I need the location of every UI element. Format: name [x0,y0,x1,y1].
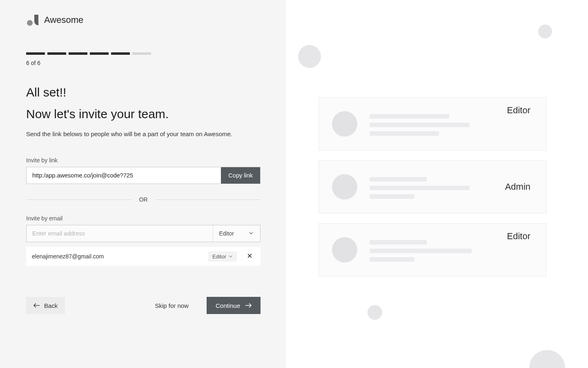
progress-seg [132,52,151,55]
svg-point-0 [27,20,33,26]
headline: All set!! Now let's invite your team. Se… [26,84,260,137]
skeleton-bar [370,123,470,127]
text-placeholder [370,112,495,136]
progress-seg [69,52,87,55]
progress-seg [111,52,130,55]
page-title-line1: All set!! [26,84,260,101]
copy-link-button[interactable]: Copy link [221,167,260,184]
skeleton-bar [370,249,472,253]
skeleton-bar [370,131,439,136]
onboarding-panel: Awesome 6 of 6 All set!! Now let's invit… [0,0,286,368]
brand: Awesome [26,13,260,27]
preview-role-label: Editor [507,105,533,116]
invite-link-label: Invite by link [26,157,260,164]
brand-logo-icon [26,13,40,27]
skeleton-bar [370,186,470,190]
avatar-placeholder [332,237,357,263]
close-icon [247,253,252,260]
page-title-line2: Now let's invite your team. [26,106,260,123]
skip-button[interactable]: Skip for now [155,302,189,309]
preview-member-card: Editor [318,97,546,150]
skeleton-bar [370,114,449,119]
page-subtitle: Send the link belows to people who will … [26,130,260,137]
preview-role-label: Editor [507,231,533,242]
skeleton-bar [370,194,414,199]
progress-seg [26,52,45,55]
or-divider: OR [26,196,261,203]
preview-cards: Editor Admin Editor [318,97,546,276]
progress-segments [26,52,260,55]
remove-invite-button[interactable] [244,251,255,262]
avatar-placeholder [332,111,357,137]
invited-member-row: elenajimenez87@gmail.com Editor [26,247,261,266]
arrow-left-icon [33,302,40,309]
invite-by-email-section: Invite by email Editor elenajimenez87@gm… [26,215,260,266]
role-select-value: Editor [219,230,234,237]
decoration-bubble [538,25,552,38]
skeleton-bar [370,177,427,182]
decoration-bubble [298,45,321,68]
invite-email-row: Editor [26,225,261,242]
or-label: OR [139,196,148,203]
preview-role-label: Admin [505,182,533,192]
divider-line [155,200,261,200]
wizard-nav: Back Skip for now Continue [26,297,261,314]
continue-label: Continue [216,302,240,309]
invite-link-input[interactable] [27,167,221,184]
invited-role-value: Editor [212,254,226,260]
text-placeholder [370,175,493,199]
invite-email-input[interactable] [27,225,213,242]
progress-indicator: 6 of 6 [26,52,260,66]
divider-line [26,200,132,200]
brand-name: Awesome [44,15,83,25]
invite-link-row: Copy link [26,167,261,184]
invited-email: elenajimenez87@gmail.com [32,253,208,260]
progress-seg [90,52,109,55]
continue-button[interactable]: Continue [207,297,261,314]
avatar-placeholder [332,174,357,200]
decoration-bubble [368,305,382,320]
back-label: Back [44,302,58,309]
invited-role-chip[interactable]: Editor [208,251,237,262]
preview-panel: Editor Admin Editor [286,0,588,368]
role-select[interactable]: Editor [213,225,260,242]
progress-seg [47,52,66,55]
decoration-bubble [529,350,565,368]
invite-by-link-section: Invite by link Copy link [26,157,260,184]
skeleton-bar [370,257,414,262]
chevron-down-icon [229,254,233,260]
back-button[interactable]: Back [26,297,65,314]
preview-member-card: Admin [318,160,546,213]
preview-member-card: Editor [318,223,546,276]
arrow-right-icon [245,302,252,309]
skeleton-bar [370,240,427,245]
text-placeholder [370,238,495,262]
chevron-down-icon [249,230,254,237]
invite-email-label: Invite by email [26,215,260,222]
progress-label: 6 of 6 [26,60,260,66]
